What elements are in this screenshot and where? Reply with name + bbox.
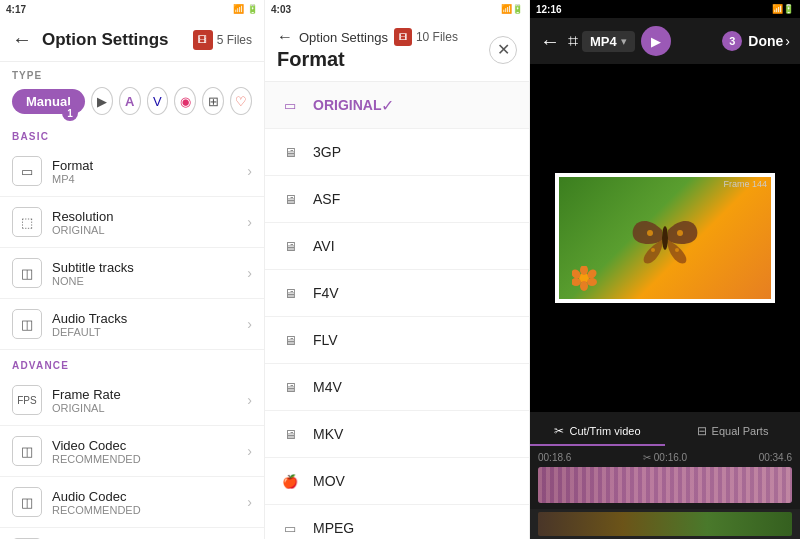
audiocodec-row[interactable]: ◫ Audio Codec RECOMMENDED › (0, 477, 264, 528)
back-arrow-p3[interactable]: ← (540, 30, 560, 53)
video-area: Frame 144 (530, 64, 800, 412)
format-item-3gp[interactable]: 🖥 3GP (265, 129, 529, 176)
svg-point-8 (587, 278, 597, 286)
subtitle-icon: ◫ (12, 258, 42, 288)
time-p2: 4:03 (271, 4, 291, 15)
panel2-title: Format (277, 48, 489, 71)
audiocodec-arrow: › (247, 494, 252, 510)
status-bar-p3: 12:16 📶🔋 (530, 0, 800, 18)
butterfly-image (625, 208, 705, 268)
type-icon-v[interactable]: V (147, 87, 169, 115)
subtitle-row[interactable]: ◫ Subtitle tracks NONE › (0, 248, 264, 299)
type-icon-grid[interactable]: ⊞ (202, 87, 224, 115)
audio-tracks-row[interactable]: ◫ Audio Tracks DEFAULT › (0, 299, 264, 350)
videocodec-row[interactable]: ◫ Video Codec RECOMMENDED › (0, 426, 264, 477)
panel2-header: ← Option Settings 🎞 10 Files Format ✕ (265, 18, 529, 82)
type-icon-youtube[interactable]: ▶ (91, 87, 113, 115)
audio-tracks-arrow: › (247, 316, 252, 332)
format-label-m4v: M4V (313, 379, 517, 395)
audiocodec-icon: ◫ (12, 487, 42, 517)
format-label-mkv: MKV (313, 426, 517, 442)
back-arrow-p2[interactable]: ← (277, 28, 293, 46)
format-avi-icon: 🖥 (277, 233, 303, 259)
format-label-mov: MOV (313, 473, 517, 489)
framerate-row[interactable]: FPS Frame Rate ORIGINAL › (0, 375, 264, 426)
format-item-m4v[interactable]: 🖥 M4V (265, 364, 529, 411)
format-item-original[interactable]: ▭ ORIGINAL ✓ (265, 82, 529, 129)
frame-label: Frame 144 (723, 179, 767, 189)
panel2-nav: ← Option Settings 🎞 10 Files (277, 28, 489, 46)
panel-option-settings: 4:17 📶 🔋 ← Option Settings 🎞 5 Files TYP… (0, 0, 265, 539)
format-value: MP4 (52, 173, 247, 185)
format-label-avi: AVI (313, 238, 517, 254)
files-count-p2: 10 Files (416, 30, 458, 44)
back-arrow-p1[interactable]: ← (12, 28, 32, 51)
files-count-p1: 5 Files (217, 33, 252, 47)
equal-parts-icon: ⊟ (697, 424, 707, 438)
timeline-bar[interactable] (538, 467, 792, 503)
scissors-icon: ✂ (554, 424, 564, 438)
resolution-arrow: › (247, 214, 252, 230)
done-text: Done (748, 33, 783, 49)
audio-tracks-text: Audio Tracks DEFAULT (52, 311, 247, 338)
timestamp2: ✂ 00:16.0 (643, 452, 687, 463)
format-label-mpeg: MPEG (313, 520, 517, 536)
format-name: Format (52, 158, 247, 173)
format-dropdown-arrow: ▾ (621, 35, 627, 48)
tab-equal-label: Equal Parts (712, 425, 769, 437)
panel2-title-block: ← Option Settings 🎞 10 Files Format (277, 28, 489, 71)
format-badge-p3[interactable]: MP4 ▾ (582, 31, 635, 52)
format-item-mov[interactable]: 🍎 MOV (265, 458, 529, 505)
rotation-row[interactable]: ◎ Video Rotation 0 › (0, 528, 264, 539)
panel1-content: BASIC ▭ Format MP4 › ⬚ Resolution ORIGIN… (0, 121, 264, 539)
audio-tracks-name: Audio Tracks (52, 311, 247, 326)
framerate-text: Frame Rate ORIGINAL (52, 387, 247, 414)
framerate-name: Frame Rate (52, 387, 247, 402)
format-label-asf: ASF (313, 191, 517, 207)
format-original-label: ORIGINAL (313, 97, 381, 113)
type-icon-heart[interactable]: ♡ (230, 87, 252, 115)
format-item-asf[interactable]: 🖥 ASF (265, 176, 529, 223)
play-button[interactable]: ▶ (641, 26, 671, 56)
subtitle-text: Subtitle tracks NONE (52, 260, 247, 287)
type-icon-instagram[interactable]: ◉ (174, 87, 196, 115)
format-check-original: ✓ (381, 96, 394, 115)
svg-point-0 (662, 226, 668, 250)
crop-icon[interactable]: ⌗ (568, 31, 578, 52)
resolution-row[interactable]: ⬚ Resolution ORIGINAL › (0, 197, 264, 248)
timeline-timestamps: 00:18.6 ✂ 00:16.0 00:34.6 (530, 450, 800, 465)
audiocodec-text: Audio Codec RECOMMENDED (52, 489, 247, 516)
video-frame (557, 175, 773, 301)
video-thumbnail: Frame 144 (555, 173, 775, 303)
format-item-mpeg[interactable]: ▭ MPEG (265, 505, 529, 539)
tab-cut-trim[interactable]: ✂ Cut/Trim video (530, 418, 665, 446)
framerate-icon: FPS (12, 385, 42, 415)
done-button[interactable]: 3 Done › (722, 31, 790, 51)
format-item-avi[interactable]: 🖥 AVI (265, 223, 529, 270)
type-icon-a[interactable]: A (119, 87, 141, 115)
panel-video-editor: 12:16 📶🔋 ← ⌗ MP4 ▾ ▶ 3 Done › (530, 0, 800, 539)
status-bar-p1: 4:17 📶 🔋 (0, 0, 264, 18)
cut-marker-label: ✂ (643, 452, 651, 463)
files-badge-p1: 🎞 5 Files (193, 30, 252, 50)
tab-equal-parts[interactable]: ⊟ Equal Parts (665, 418, 800, 446)
timeline-thumb (538, 467, 792, 503)
panel3-header: ← ⌗ MP4 ▾ ▶ 3 Done › (530, 18, 800, 64)
close-button[interactable]: ✕ (489, 36, 517, 64)
format-row[interactable]: ▭ Format MP4 › (0, 146, 264, 197)
format-item-f4v[interactable]: 🖥 F4V (265, 270, 529, 317)
format-label-3gp: 3GP (313, 144, 517, 160)
format-flv-icon: 🖥 (277, 327, 303, 353)
format-label-flv: FLV (313, 332, 517, 348)
svg-point-4 (675, 248, 679, 252)
format-item-flv[interactable]: 🖥 FLV (265, 317, 529, 364)
files-icon-p2: 🎞 (394, 28, 412, 46)
advance-label: ADVANCE (0, 350, 264, 375)
format-item-mkv[interactable]: 🖥 MKV (265, 411, 529, 458)
format-list: ▭ ORIGINAL ✓ 🖥 3GP 🖥 ASF 🖥 AVI 🖥 F4V 🖥 F… (265, 82, 529, 539)
framerate-value: ORIGINAL (52, 402, 247, 414)
audio-tracks-value: DEFAULT (52, 326, 247, 338)
videocodec-value: RECOMMENDED (52, 453, 247, 465)
format-mkv-icon: 🖥 (277, 421, 303, 447)
option-settings-link[interactable]: Option Settings (299, 30, 388, 45)
